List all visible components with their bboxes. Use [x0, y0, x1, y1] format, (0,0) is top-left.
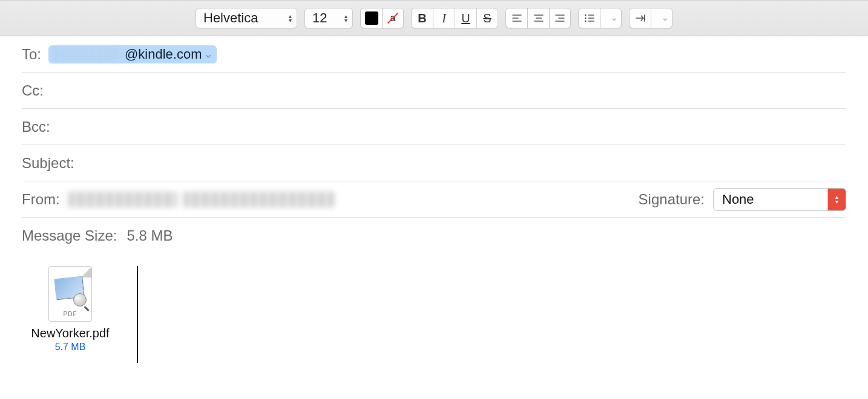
- list-style-dropdown[interactable]: ⌵: [600, 8, 622, 28]
- svg-point-10: [585, 18, 587, 19]
- font-size-select[interactable]: 12 ▴▾: [304, 8, 353, 28]
- text-style-group: B I U S: [411, 8, 498, 28]
- align-right-button[interactable]: [549, 8, 571, 28]
- bcc-label: Bcc:: [22, 118, 50, 135]
- attachment[interactable]: PDF NewYorker.pdf 5.7 MB: [22, 266, 119, 352]
- cc-row[interactable]: Cc:: [22, 73, 846, 109]
- bcc-row[interactable]: Bcc:: [22, 109, 846, 145]
- to-label: To:: [22, 46, 41, 63]
- svg-point-9: [585, 15, 587, 16]
- from-label: From:: [22, 191, 60, 208]
- bullet-list-button[interactable]: [578, 8, 600, 28]
- from-email-redacted: [183, 192, 335, 207]
- from-name-redacted: [68, 192, 177, 207]
- stepper-arrows-icon: ▴▾: [344, 14, 347, 22]
- text-cursor: [137, 266, 138, 363]
- message-body[interactable]: PDF NewYorker.pdf 5.7 MB: [0, 254, 868, 375]
- font-size-value: 12: [312, 10, 327, 26]
- align-center-icon: [533, 12, 545, 24]
- align-left-button[interactable]: [505, 8, 527, 28]
- indent-icon: [634, 12, 646, 24]
- chevron-down-icon: ⌵: [612, 14, 616, 22]
- indent-button[interactable]: [629, 8, 651, 28]
- color-group: a: [360, 8, 404, 28]
- recipient-domain: @kindle.com: [125, 47, 202, 62]
- align-left-icon: [511, 12, 523, 24]
- file-type-label: PDF: [49, 311, 91, 317]
- svg-point-11: [585, 21, 587, 22]
- signature-value: None: [722, 192, 754, 207]
- message-size-row: Message Size: 5.8 MB: [22, 218, 846, 254]
- bold-icon: B: [418, 11, 426, 25]
- chevron-down-icon[interactable]: ⌵: [206, 50, 211, 59]
- stepper-arrows-icon: ▴▾: [827, 188, 846, 211]
- attachment-filesize: 5.7 MB: [22, 342, 119, 352]
- signature-label: Signature:: [639, 191, 705, 208]
- alignment-group: [505, 8, 571, 28]
- message-size-label: Message Size:: [22, 227, 117, 244]
- indent-group: ⌵: [629, 8, 672, 28]
- to-row[interactable]: To: @kindle.com ⌵: [22, 36, 846, 73]
- redacted-local-part: [54, 48, 121, 61]
- message-size-value: 5.8 MB: [127, 227, 173, 244]
- chevron-down-icon: ⌵: [663, 14, 667, 22]
- from-row: From: Signature: None ▴▾: [22, 181, 846, 218]
- subject-label: Subject:: [22, 155, 74, 172]
- no-highlight-icon: a: [386, 11, 399, 25]
- align-center-button[interactable]: [527, 8, 549, 28]
- formatting-toolbar: Helvetica ▴▾ 12 ▴▾ a B I U S: [0, 0, 868, 36]
- signature-block: Signature: None ▴▾: [639, 188, 846, 211]
- strikethrough-button[interactable]: S: [476, 8, 498, 28]
- bullet-list-icon: [584, 12, 596, 24]
- message-headers: To: @kindle.com ⌵ Cc: Bcc: Subject: From…: [0, 36, 868, 254]
- indent-dropdown[interactable]: ⌵: [651, 8, 672, 28]
- list-group: ⌵: [578, 8, 622, 28]
- underline-icon: U: [461, 11, 470, 25]
- underline-button[interactable]: U: [455, 8, 476, 28]
- stepper-arrows-icon: ▴▾: [289, 14, 292, 22]
- text-color-button[interactable]: [360, 8, 382, 28]
- subject-row[interactable]: Subject:: [22, 145, 846, 181]
- recipient-token[interactable]: @kindle.com ⌵: [48, 45, 217, 63]
- font-family-select[interactable]: Helvetica ▴▾: [196, 8, 297, 28]
- pdf-file-icon: PDF: [48, 266, 92, 322]
- cc-label: Cc:: [22, 82, 44, 99]
- bold-button[interactable]: B: [411, 8, 433, 28]
- italic-icon: I: [442, 11, 446, 25]
- text-color-swatch-icon: [365, 11, 378, 25]
- attachment-filename: NewYorker.pdf: [22, 326, 119, 340]
- italic-button[interactable]: I: [433, 8, 455, 28]
- strikethrough-icon: S: [483, 11, 491, 25]
- align-right-icon: [554, 12, 566, 24]
- signature-select[interactable]: None ▴▾: [713, 188, 846, 211]
- font-family-value: Helvetica: [203, 10, 258, 26]
- no-highlight-button[interactable]: a: [382, 8, 404, 28]
- to-field[interactable]: @kindle.com ⌵: [48, 45, 846, 63]
